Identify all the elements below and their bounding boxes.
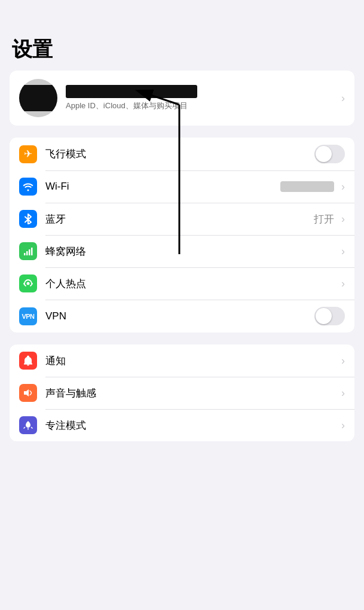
- svg-rect-5: [31, 248, 33, 255]
- svg-rect-3: [26, 251, 28, 255]
- avatar: [19, 79, 57, 117]
- vpn-label: VPN: [45, 310, 314, 322]
- page-title: 设置: [0, 0, 364, 71]
- bluetooth-row[interactable]: 蓝牙 打开 ›: [10, 203, 354, 235]
- apple-id-section: Apple ID、iCloud、媒体与购买项目 ›: [10, 71, 354, 126]
- sound-label: 声音与触感: [45, 386, 337, 400]
- focus-label: 专注模式: [45, 419, 337, 432]
- bluetooth-label: 蓝牙: [45, 212, 314, 226]
- wifi-icon: [19, 178, 37, 196]
- wifi-network-name: [280, 181, 334, 192]
- notifications-row[interactable]: 通知 ›: [10, 344, 354, 377]
- apple-id-subtitle: Apple ID、iCloud、媒体与购买项目: [66, 100, 337, 111]
- hotspot-label: 个人热点: [45, 277, 337, 291]
- apple-id-row[interactable]: Apple ID、iCloud、媒体与购买项目 ›: [10, 71, 354, 126]
- focus-row[interactable]: 专注模式 ›: [10, 409, 354, 441]
- cellular-row[interactable]: 蜂窝网络 ›: [10, 235, 354, 267]
- vpn-toggle[interactable]: [314, 307, 345, 325]
- wifi-row[interactable]: Wi-Fi ›: [10, 170, 354, 203]
- svg-rect-7: [24, 391, 26, 395]
- airplane-mode-row[interactable]: ✈ 飞行模式: [10, 138, 354, 170]
- sound-row[interactable]: 声音与触感 ›: [10, 377, 354, 409]
- svg-rect-2: [24, 253, 26, 255]
- cellular-icon: [19, 242, 37, 260]
- vpn-row[interactable]: VPN VPN: [10, 300, 354, 333]
- wifi-chevron: ›: [341, 181, 345, 193]
- hotspot-chevron: ›: [341, 277, 345, 290]
- bluetooth-icon: [19, 210, 37, 228]
- svg-rect-4: [29, 249, 30, 255]
- svg-point-6: [27, 282, 30, 285]
- airplane-icon: ✈: [19, 145, 37, 163]
- apple-id-info: Apple ID、iCloud、媒体与购买项目: [66, 85, 337, 111]
- hotspot-row[interactable]: 个人热点 ›: [10, 267, 354, 300]
- airplane-mode-toggle[interactable]: [314, 145, 345, 163]
- bluetooth-status: 打开: [314, 212, 334, 226]
- network-section: ✈ 飞行模式 Wi-Fi › 蓝牙 打开 ›: [10, 138, 354, 333]
- vpn-icon: VPN: [19, 307, 37, 325]
- hotspot-icon: [19, 274, 37, 292]
- cellular-chevron: ›: [341, 245, 345, 258]
- focus-icon: [19, 416, 37, 434]
- focus-chevron: ›: [341, 419, 345, 432]
- bluetooth-chevron: ›: [341, 213, 345, 225]
- apple-id-name-redacted: [66, 85, 197, 98]
- cellular-label: 蜂窝网络: [45, 245, 337, 258]
- sound-icon: [19, 384, 37, 402]
- notifications-icon: [19, 352, 37, 370]
- sound-chevron: ›: [341, 387, 345, 399]
- notifications-chevron: ›: [341, 355, 345, 367]
- airplane-mode-label: 飞行模式: [45, 147, 314, 161]
- notification-section: 通知 › 声音与触感 › 专注模式 ›: [10, 344, 354, 441]
- notifications-label: 通知: [45, 354, 337, 368]
- chevron-icon: ›: [341, 92, 345, 105]
- wifi-label: Wi-Fi: [45, 181, 280, 193]
